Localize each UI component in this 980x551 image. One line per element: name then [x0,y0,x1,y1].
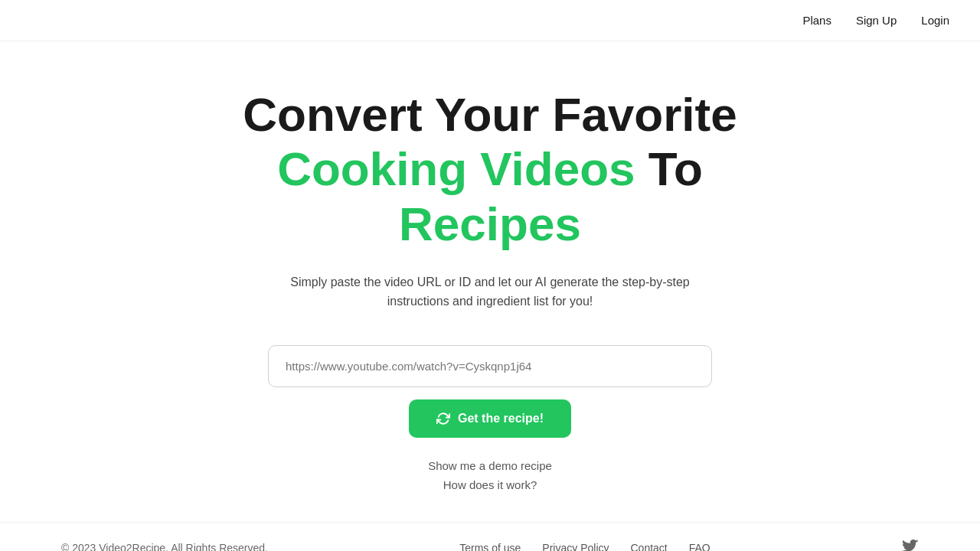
nav-plans[interactable]: Plans [802,14,831,27]
footer-terms[interactable]: Terms of use [459,542,521,551]
footer: © 2023 Video2Recipe. All Rights Reserved… [0,522,980,551]
main-content: Convert Your Favorite Cooking Videos To … [0,41,980,522]
footer-copyright: © 2023 Video2Recipe. All Rights Reserved… [61,542,268,551]
hero-title-to: To [635,142,703,195]
get-recipe-label: Get the recipe! [458,412,544,425]
get-recipe-button[interactable]: Get the recipe! [409,399,571,438]
how-it-works-link[interactable]: How does it work? [443,478,537,491]
url-input-container [268,345,712,387]
footer-privacy[interactable]: Privacy Policy [542,542,609,551]
hero-title-recipes: Recipes [399,197,581,250]
twitter-icon[interactable] [902,540,919,551]
hero-title: Convert Your Favorite Cooking Videos To … [184,87,796,251]
nav-login[interactable]: Login [921,14,949,27]
nav: Plans Sign Up Login [802,14,949,27]
footer-social [902,540,919,551]
hero-title-line2: Cooking Videos To Recipes [184,142,796,251]
demo-link[interactable]: Show me a demo recipe [428,459,552,472]
footer-contact[interactable]: Contact [631,542,668,551]
footer-faq[interactable]: FAQ [689,542,710,551]
nav-signup[interactable]: Sign Up [856,14,897,27]
hero-title-cooking: Cooking Videos [277,142,635,195]
hero-title-line1: Convert Your Favorite [184,87,796,142]
url-input[interactable] [268,345,712,387]
header: Plans Sign Up Login [0,0,980,41]
refresh-icon [436,412,450,425]
footer-links: Terms of use Privacy Policy Contact FAQ [459,542,710,551]
hero-subtitle: Simply paste the video URL or ID and let… [260,272,720,311]
